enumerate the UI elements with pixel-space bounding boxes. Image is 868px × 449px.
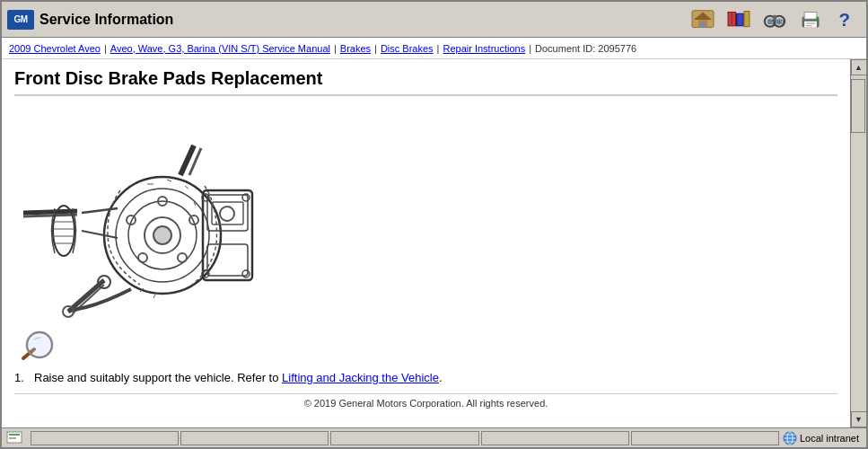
svg-point-21 bbox=[816, 17, 819, 20]
svg-point-35 bbox=[153, 226, 171, 244]
scrollbar: ▲ ▼ bbox=[850, 59, 866, 427]
intranet-icon bbox=[783, 431, 797, 445]
binoculars-icon[interactable]: 65 80 bbox=[760, 7, 789, 32]
breadcrumb-manual[interactable]: Aveo, Wave, G3, Barina (VIN S/T) Service… bbox=[110, 43, 330, 54]
toolbar-icons: 65 80 ? bbox=[688, 7, 861, 32]
svg-rect-17 bbox=[804, 12, 817, 19]
status-bar: Local intranet bbox=[2, 427, 866, 447]
step-text: Raise and suitably support the vehicle. … bbox=[34, 371, 837, 384]
lifting-jacking-link[interactable]: Lifting and Jacking the Vehicle bbox=[282, 371, 439, 384]
magnify-icon bbox=[14, 330, 59, 365]
breadcrumb: 2009 Chevrolet Aveo | Aveo, Wave, G3, Ba… bbox=[2, 38, 866, 59]
procedure-section: 1. Raise and suitably support the vehicl… bbox=[14, 330, 837, 384]
status-icon bbox=[5, 430, 23, 446]
svg-rect-19 bbox=[806, 22, 815, 23]
breadcrumb-aveo[interactable]: 2009 Chevrolet Aveo bbox=[9, 43, 101, 54]
svg-rect-20 bbox=[806, 25, 812, 26]
breadcrumb-brakes[interactable]: Brakes bbox=[340, 43, 371, 54]
footer-text: © 2019 General Motors Corporation. All r… bbox=[304, 398, 548, 409]
intranet-label: Local intranet bbox=[800, 433, 859, 444]
toolbar: GM Service Information bbox=[2, 2, 866, 38]
svg-rect-6 bbox=[731, 13, 732, 25]
svg-line-23 bbox=[23, 211, 77, 213]
breadcrumb-disc-brakes[interactable]: Disc Brakes bbox=[381, 43, 434, 54]
step-1: 1. Raise and suitably support the vehicl… bbox=[14, 371, 837, 384]
status-intranet: Local intranet bbox=[783, 431, 863, 445]
status-segments bbox=[31, 431, 779, 445]
svg-point-56 bbox=[242, 270, 250, 277]
status-seg-5 bbox=[631, 431, 779, 445]
scroll-up-button[interactable]: ▲ bbox=[851, 59, 867, 75]
svg-rect-3 bbox=[700, 22, 705, 27]
brake-diagram bbox=[14, 105, 275, 321]
svg-text:?: ? bbox=[838, 9, 850, 30]
scroll-thumb[interactable] bbox=[851, 79, 865, 133]
page-status-icon bbox=[6, 431, 22, 445]
svg-text:80: 80 bbox=[777, 19, 785, 25]
print-icon[interactable] bbox=[796, 7, 825, 32]
scroll-down-button[interactable]: ▼ bbox=[851, 411, 867, 427]
diagram-area bbox=[14, 105, 837, 321]
status-seg-1 bbox=[31, 431, 179, 445]
svg-point-45 bbox=[220, 207, 234, 221]
help-icon[interactable]: ? bbox=[832, 7, 861, 32]
svg-line-52 bbox=[82, 231, 118, 238]
svg-text:65: 65 bbox=[767, 19, 775, 25]
svg-line-51 bbox=[82, 208, 118, 213]
status-seg-4 bbox=[481, 431, 629, 445]
home-icon[interactable] bbox=[688, 7, 717, 32]
svg-point-39 bbox=[138, 253, 147, 262]
step-number: 1. bbox=[14, 371, 31, 384]
breadcrumb-repair-instructions[interactable]: Repair Instructions bbox=[443, 43, 525, 54]
svg-rect-18 bbox=[804, 21, 817, 27]
svg-point-38 bbox=[178, 253, 187, 262]
svg-rect-41 bbox=[203, 190, 252, 280]
svg-rect-42 bbox=[207, 195, 248, 231]
svg-rect-63 bbox=[9, 437, 16, 439]
gm-logo: GM bbox=[7, 10, 34, 30]
magnify-icon-area bbox=[14, 330, 837, 365]
svg-rect-62 bbox=[9, 434, 20, 436]
main-area: Front Disc Brake Pads Replacement bbox=[2, 59, 866, 427]
document-id: Document ID: 2095776 bbox=[535, 43, 636, 54]
footer: © 2019 General Motors Corporation. All r… bbox=[14, 393, 837, 412]
svg-rect-8 bbox=[744, 11, 750, 26]
content: Front Disc Brake Pads Replacement bbox=[2, 59, 850, 427]
scroll-track[interactable] bbox=[851, 75, 867, 411]
books-icon[interactable] bbox=[724, 7, 753, 32]
page-title: Front Disc Brake Pads Replacement bbox=[14, 68, 837, 96]
status-seg-2 bbox=[180, 431, 329, 445]
service-title: Service Information bbox=[39, 12, 683, 28]
status-seg-3 bbox=[330, 431, 478, 445]
svg-rect-43 bbox=[207, 244, 248, 276]
